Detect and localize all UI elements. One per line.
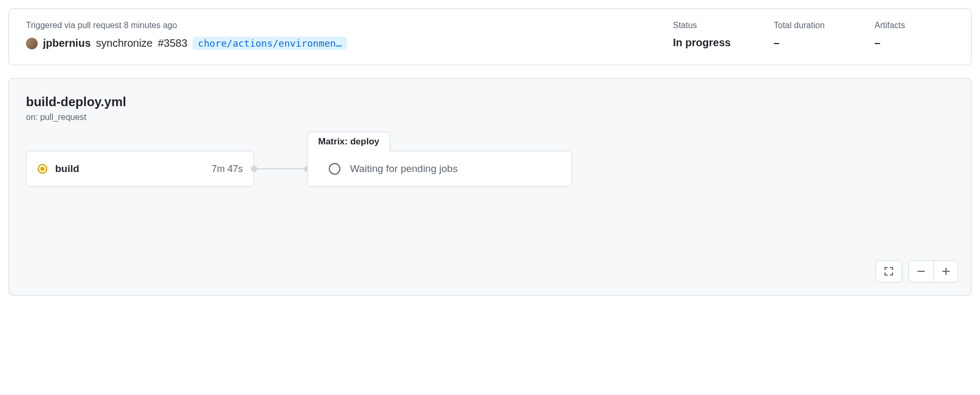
trigger-block: Triggered via pull request 8 minutes ago… <box>26 21 652 50</box>
status-label: Status <box>673 21 752 30</box>
matrix-wrap: Matrix: deploy Waiting for pending jobs <box>307 151 572 187</box>
zoom-controls <box>876 260 958 282</box>
zoom-group <box>908 260 958 282</box>
duration-col: Total duration – <box>774 21 853 50</box>
workflow-file-name: build-deploy.yml <box>26 95 954 109</box>
status-col: Status In progress <box>673 21 752 50</box>
matrix-card[interactable]: Waiting for pending jobs <box>307 151 572 187</box>
connector-line <box>254 168 307 169</box>
artifacts-label: Artifacts <box>874 21 954 30</box>
branch-chip[interactable]: chore/actions/environmen… <box>192 37 347 50</box>
artifacts-col: Artifacts – <box>874 21 954 50</box>
duration-label: Total duration <box>774 21 853 30</box>
graph-row: build 7m 47s Matrix: deploy Waiting for … <box>26 151 954 187</box>
matrix-tab[interactable]: Matrix: deploy <box>307 132 390 152</box>
actor-line: jpbernius synchronize #3583 chore/action… <box>26 37 652 50</box>
job-name: build <box>55 163 204 175</box>
plus-icon <box>941 267 951 276</box>
trigger-text: Triggered via pull request 8 minutes ago <box>26 21 652 30</box>
fullscreen-button[interactable] <box>876 260 902 282</box>
minus-icon <box>916 267 926 276</box>
run-summary-card: Triggered via pull request 8 minutes ago… <box>8 8 972 65</box>
svg-point-1 <box>40 167 45 171</box>
matrix-message: Waiting for pending jobs <box>350 163 458 175</box>
pr-number[interactable]: #3583 <box>158 37 188 49</box>
in-progress-icon <box>37 164 48 174</box>
duration-value: – <box>774 37 853 49</box>
actor-action: synchronize <box>96 37 153 49</box>
zoom-in-button[interactable] <box>933 260 958 282</box>
pending-icon <box>329 163 340 175</box>
job-card-build[interactable]: build 7m 47s <box>26 151 254 187</box>
artifacts-value: – <box>874 37 954 49</box>
job-duration: 7m 47s <box>212 164 243 175</box>
fullscreen-icon <box>883 266 894 277</box>
zoom-out-button[interactable] <box>909 260 933 282</box>
workflow-on-label: on: pull_request <box>26 113 954 122</box>
avatar[interactable] <box>26 38 38 49</box>
workflow-graph-card: build-deploy.yml on: pull_request build … <box>8 78 972 296</box>
actor-name[interactable]: jpbernius <box>43 37 91 49</box>
status-value: In progress <box>673 37 752 49</box>
